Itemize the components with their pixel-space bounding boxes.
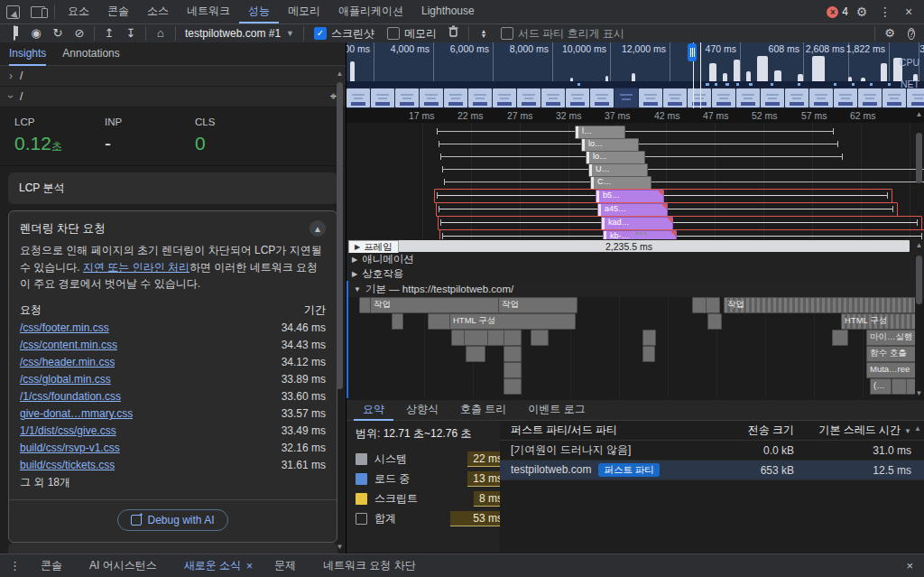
flame-chart-task-bar[interactable] (487, 330, 505, 346)
filmstrip-thumb[interactable] (785, 88, 808, 107)
more-menu-icon[interactable]: ⋮ (875, 5, 895, 19)
throttling-icon[interactable]: ▲▼ (473, 29, 494, 38)
trace-url-row[interactable]: › / ⌖ (0, 87, 346, 107)
metric[interactable]: CLS 0 (195, 116, 285, 154)
panel-tab[interactable]: 애플리케이션 (329, 0, 412, 23)
flame-chart-task-bar[interactable] (504, 346, 522, 362)
zoom-window-handle[interactable] (688, 43, 697, 61)
flame-chart-task-bar[interactable] (504, 330, 522, 346)
flame-chart-task-bar[interactable] (832, 330, 848, 346)
filmstrip-thumb[interactable] (468, 88, 492, 107)
request-link[interactable]: /1/css/foundation.css (20, 390, 121, 403)
flame-chart-task-bar[interactable]: (… (870, 378, 892, 395)
flame-chart-task-bar[interactable]: 작업 (498, 297, 578, 313)
close-tab-icon[interactable]: × (246, 560, 253, 572)
flame-chart-task-bar[interactable]: Muta…ree (866, 362, 915, 378)
scrollbar-thumb[interactable] (916, 133, 922, 183)
third-party-checkbox[interactable]: 서드 파티 흐리게 표시 (501, 26, 624, 42)
device-toolbar-icon[interactable] (27, 3, 49, 21)
flame-chart-task-bar[interactable] (428, 313, 451, 330)
flame-chart-task-bar[interactable] (906, 378, 915, 395)
detail-tab[interactable]: 상향식 (397, 399, 448, 421)
flame-chart-task-bar[interactable] (707, 313, 722, 330)
third-party-row[interactable]: [기여원이 드러나지 않음] 0.0 kB 31.0 ms (500, 441, 924, 461)
main-thread-flame-chart[interactable]: 작업작업작업HTML 구성HTML 구성마이…실행함수 호출Muta…ree(… (346, 297, 915, 398)
inspect-element-icon[interactable] (2, 3, 23, 21)
settings-gear-icon[interactable]: ⚙ (852, 5, 872, 19)
home-icon[interactable]: ⌂ (150, 25, 171, 42)
record-icon[interactable]: ◉ (25, 25, 47, 42)
detail-tab[interactable]: 이벤트 로그 (519, 399, 594, 421)
filmstrip-thumb[interactable] (882, 88, 906, 107)
request-link[interactable]: /css/header.min.css (20, 356, 115, 368)
flame-chart-task-bar[interactable] (642, 330, 656, 346)
third-party-table-header[interactable]: 퍼스트 파티/서드 파티 전송 크기 기본 스레드 시간▼ (500, 421, 924, 441)
scroll-up-icon[interactable]: ▲ (914, 424, 921, 433)
memory-checkbox[interactable]: 메모리 (387, 26, 437, 42)
panel-tab[interactable]: 콘솔 (98, 0, 138, 23)
request-link[interactable]: build/css/tickets.css (20, 459, 115, 471)
network-request-bar[interactable]: l… (575, 126, 625, 139)
flame-chart-task-bar[interactable] (504, 378, 522, 395)
filmstrip-thumb[interactable] (541, 88, 565, 107)
error-badge[interactable]: × 4 (827, 5, 848, 18)
animations-track[interactable]: ▶ 애니메이션 (346, 253, 924, 267)
flame-chart-task-bar[interactable] (706, 297, 720, 313)
collapse-insight-icon[interactable]: ▲ (310, 220, 326, 237)
request-link[interactable]: give-donat…mmary.css (20, 407, 133, 420)
flame-chart-task-bar[interactable] (642, 346, 655, 362)
network-request-bar[interactable]: lo… (586, 151, 645, 164)
capture-settings-gear-icon[interactable]: ⚙ (879, 25, 901, 42)
filmstrip-thumb[interactable] (444, 88, 467, 107)
filmstrip-thumb[interactable] (590, 88, 614, 107)
flame-chart-task-bar[interactable]: 작업 (370, 297, 502, 313)
scroll-down-icon[interactable]: ▼ (915, 389, 923, 397)
filmstrip-thumb[interactable] (517, 88, 541, 107)
scrollbar-thumb[interactable] (916, 256, 922, 304)
flame-chart-task-bar[interactable] (531, 330, 549, 346)
drawer-tab[interactable]: 콘솔 (30, 554, 79, 577)
scroll-up-icon[interactable]: ▲ (915, 241, 923, 249)
sidebar-scrollbar[interactable]: ▲ ▼ (336, 70, 344, 551)
filmstrip-thumb[interactable] (420, 88, 443, 107)
flame-chart-task-bar[interactable]: HTML 구성 (841, 313, 915, 330)
upload-profile-icon[interactable]: ↥ (98, 25, 120, 42)
download-profile-icon[interactable]: ↧ (120, 25, 142, 42)
flame-chart-task-bar[interactable]: HTML 구성 (449, 313, 576, 330)
frames-track[interactable]: 2,235.5 ms ▶프레임 (346, 239, 924, 254)
network-request-bar[interactable]: U… (588, 163, 648, 177)
request-link[interactable]: /css/content.min.css (20, 339, 117, 351)
filmstrip-thumb[interactable] (809, 88, 833, 107)
filmstrip-thumb[interactable] (688, 88, 711, 107)
lcp-breakdown-section[interactable]: LCP 분석 (8, 172, 337, 204)
garbage-collect-icon[interactable] (443, 25, 465, 42)
filmstrip-thumb[interactable] (834, 88, 857, 107)
timeline-overview-minimap[interactable]: 2,000 ms4,000 ms6,000 ms8,000 ms10,000 m… (346, 42, 924, 108)
detail-tab[interactable]: 요약 (354, 399, 393, 421)
filmstrip-thumb[interactable] (346, 88, 370, 107)
close-drawer-icon[interactable]: × (895, 559, 924, 572)
detail-tab[interactable]: 호출 트리 (451, 399, 515, 421)
network-track[interactable]: l… lo… lo… U… (346, 123, 924, 239)
filmstrip-thumb[interactable] (736, 88, 760, 107)
scroll-down-icon[interactable]: ▼ (336, 543, 344, 551)
filmstrip-thumb[interactable] (663, 88, 687, 107)
track-resize-handle[interactable]: ••• (635, 228, 648, 238)
panel-tab[interactable]: 소스 (138, 0, 178, 23)
network-request-bar[interactable]: b5… (596, 190, 664, 203)
panel-tab[interactable]: 성능 (239, 0, 279, 23)
drawer-tab[interactable]: 문제 (263, 554, 312, 577)
flame-chart-task-bar[interactable] (392, 313, 403, 330)
filmstrip-thumb[interactable] (712, 88, 735, 107)
drawer-tab[interactable]: AI 어시스턴스 (79, 554, 173, 577)
request-link[interactable]: build/css/rsvp-v1.css (20, 442, 120, 454)
request-link[interactable]: /css/global.min.css (20, 373, 111, 386)
debug-with-ai-button[interactable]: Debug with AI (117, 509, 227, 531)
metric[interactable]: LCP 0.12초 (14, 116, 105, 154)
reload-and-record-icon[interactable]: ↻ (47, 25, 69, 42)
flame-chart-task-bar[interactable]: 작업 (724, 297, 915, 313)
close-devtools-icon[interactable]: × (899, 5, 919, 19)
filmstrip-thumb[interactable] (395, 88, 419, 107)
panel-tab[interactable]: Lighthouse (412, 0, 484, 23)
filmstrip-thumb[interactable] (639, 88, 662, 107)
